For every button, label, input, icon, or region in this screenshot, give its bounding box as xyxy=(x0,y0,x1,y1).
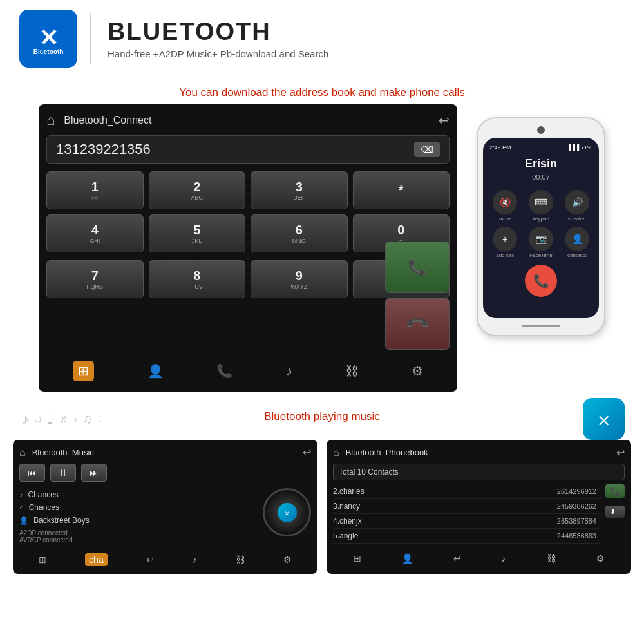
delete-button[interactable]: ⌫ xyxy=(414,142,440,157)
pause-button[interactable]: ⏸ xyxy=(50,464,76,482)
bluetooth-logo: ⨉ Bluetooth xyxy=(19,10,77,68)
total-contacts-display: Total 10 Contacts xyxy=(333,464,625,480)
pb-nav-music[interactable]: ♪ xyxy=(502,553,506,564)
music-back-icon[interactable]: ↩ xyxy=(303,446,311,459)
bottom-screens-row: ⌂ Bluetooth_Music ↩ ⏮ ⏸ ⏭ ♪ Chances ○ Ch… xyxy=(0,440,644,574)
keypad-grid: 1 ○○ 2 ABC 3 DEF * 4 GHI 5 JKL xyxy=(46,171,450,252)
phonebook-home-icon[interactable]: ⌂ xyxy=(333,447,339,459)
action-contacts[interactable]: 👤 contacts xyxy=(562,227,592,258)
bottom-subtitle: Bluetooth playing music xyxy=(264,410,380,423)
key-2[interactable]: 2 ABC xyxy=(149,171,246,209)
player-controls: ⏮ ⏸ ⏭ xyxy=(19,464,311,482)
contacts-with-buttons: 2.charles 2614296912 3.nancy 2459386262 … xyxy=(333,484,625,544)
phone-mockup: 2:49 PM ▐▐▐ 71% Erisin 00:07 🔇 mute ⌨ ke… xyxy=(477,117,605,336)
header-text-block: BLUETOOTH Hand-free +A2DP Music+ Pb-down… xyxy=(108,18,328,59)
screen-header: ⌂ Bluetooth_Connect ↩ xyxy=(46,112,450,129)
key-4[interactable]: 4 GHI xyxy=(46,214,144,252)
bottom-nav: ⊞ 👤 📞 ♪ ⛓ ⚙ xyxy=(46,355,450,384)
key-6[interactable]: 6 MNO xyxy=(251,214,348,252)
music-nav-settings[interactable]: ⚙ xyxy=(283,554,292,565)
track-2: ○ Chances xyxy=(19,501,263,514)
phonebook-bottom-nav: ⊞ 👤 ↩ ♪ ⛓ ⚙ xyxy=(333,549,625,565)
disc-center: ⨉ xyxy=(278,503,297,522)
contacts-list: 2.charles 2614296912 3.nancy 2459386262 … xyxy=(333,484,601,544)
top-subtitle: You can download the address book and ma… xyxy=(0,77,644,104)
end-call-btn[interactable]: 📞 xyxy=(525,265,557,297)
action-mute[interactable]: 🔇 mute xyxy=(489,190,520,222)
phone-input-row: 131239221356 ⌫ xyxy=(46,135,450,164)
phonebook-screen: ⌂ Bluetooth_Phonebook ↩ Total 10 Contact… xyxy=(327,440,631,574)
nav-settings[interactable]: ⚙ xyxy=(412,363,423,379)
music-nav-call[interactable]: ↩ xyxy=(146,554,154,565)
music-screen-header: ⌂ Bluetooth_Music ↩ xyxy=(19,446,311,459)
prev-button[interactable]: ⏮ xyxy=(19,464,45,482)
status-bar: 2:49 PM ▐▐▐ 71% xyxy=(489,144,592,151)
car-head-unit: ⌂ Bluetooth_Connect ↩ 131239221356 ⌫ 1 ○… xyxy=(39,104,457,392)
front-camera xyxy=(537,126,545,134)
nav-call-log[interactable]: 📞 xyxy=(216,363,232,379)
phonebook-download-button[interactable]: ⬇ xyxy=(605,506,625,518)
music-disc: ⨉ xyxy=(263,488,311,536)
page-title: BLUETOOTH xyxy=(108,18,328,46)
phone-action-grid: 🔇 mute ⌨ keypad 🔊 speaker + xyxy=(489,190,592,258)
key-9[interactable]: 9 WXYZ xyxy=(251,260,348,298)
home-indicator[interactable] xyxy=(522,325,560,327)
key-8[interactable]: 8 TUV xyxy=(149,260,246,298)
music-nav-music[interactable]: ♪ xyxy=(193,554,197,565)
music-screen-title: Bluetooth_Music xyxy=(32,448,303,457)
connection-status: A2DP connected AVRCP connected xyxy=(19,529,263,544)
header-divider xyxy=(90,13,91,64)
bt-music-badge: ⨉ xyxy=(583,398,625,440)
nav-music[interactable]: ♪ xyxy=(286,364,292,379)
page-header: ⨉ Bluetooth BLUETOOTH Hand-free +A2DP Mu… xyxy=(0,0,644,77)
bluetooth-music-icon: ⨉ xyxy=(583,398,625,440)
call-duration: 00:07 xyxy=(489,173,592,181)
phone-display: 131239221356 xyxy=(56,141,414,158)
nav-link[interactable]: ⛓ xyxy=(345,364,358,379)
phonebook-back-icon[interactable]: ↩ xyxy=(616,446,625,459)
pb-nav-dialpad[interactable]: ⊞ xyxy=(354,553,361,564)
pb-nav-contacts[interactable]: 👤 xyxy=(402,553,413,564)
end-call-button[interactable]: 📞 xyxy=(385,298,450,350)
header-subtitle: Hand-free +A2DP Music+ Pb-download and S… xyxy=(108,48,328,59)
pb-nav-settings[interactable]: ⚙ xyxy=(596,553,605,564)
decorative-row: ♪ ♫ ♩ ♬ ♪ ♫ ♩ Bluetooth playing music ⨉ xyxy=(0,398,644,440)
contact-chenjx: 4.chenjx 2653897584 xyxy=(333,514,601,529)
key-1[interactable]: 1 ○○ xyxy=(46,171,144,209)
music-home-icon[interactable]: ⌂ xyxy=(19,447,26,459)
track-list: ♪ Chances ○ Chances 👤 Backstreet Boys A2… xyxy=(19,488,263,544)
music-nav-dialpad[interactable]: ⊞ xyxy=(39,554,46,565)
phonebook-call-button[interactable]: 📞 xyxy=(605,484,625,498)
phonebook-screen-title: Bluetooth_Phonebook xyxy=(346,448,616,457)
phonebook-screen-header: ⌂ Bluetooth_Phonebook ↩ xyxy=(333,446,625,459)
key-5[interactable]: 5 JKL xyxy=(149,214,246,252)
music-nav-cha[interactable]: cha xyxy=(85,553,108,566)
nav-dialpad[interactable]: ⊞ xyxy=(73,361,94,381)
main-content-row: ⌂ Bluetooth_Connect ↩ 131239221356 ⌫ 1 ○… xyxy=(0,104,644,392)
action-facetime[interactable]: 📷 FaceTime xyxy=(526,227,556,258)
pb-nav-link[interactable]: ⛓ xyxy=(547,553,556,564)
home-icon[interactable]: ⌂ xyxy=(46,112,55,129)
contact-nancy: 3.nancy 2459386262 xyxy=(333,499,601,514)
action-keypad[interactable]: ⌨ keypad xyxy=(526,190,556,222)
nav-contacts[interactable]: 👤 xyxy=(147,363,164,379)
a2dp-status: A2DP connected xyxy=(19,529,263,536)
contact-angle: 5.angle 2446536863 xyxy=(333,529,601,544)
phonebook-action-buttons: 📞 ⬇ xyxy=(605,484,625,544)
back-icon[interactable]: ↩ xyxy=(439,113,450,128)
next-button[interactable]: ⏭ xyxy=(81,464,107,482)
key-star[interactable]: * xyxy=(353,171,450,209)
music-nav-link[interactable]: ⛓ xyxy=(236,554,245,565)
logo-label: Bluetooth xyxy=(33,48,64,55)
action-speaker[interactable]: 🔊 speaker xyxy=(562,190,592,222)
track-1: ♪ Chances xyxy=(19,488,263,501)
call-button[interactable]: 📞 xyxy=(385,242,450,293)
caller-name: Erisin xyxy=(489,157,592,171)
music-notes: ♪ ♫ ♩ ♬ ♪ ♫ ♩ xyxy=(19,400,104,439)
music-bottom-nav: ⊞ cha ↩ ♪ ⛓ ⚙ xyxy=(19,549,311,567)
action-add-call[interactable]: + add call xyxy=(489,227,520,258)
pb-nav-call[interactable]: ↩ xyxy=(453,553,461,564)
bluetooth-symbol: ⨉ xyxy=(41,21,57,48)
key-7[interactable]: 7 PQRS xyxy=(46,260,144,298)
key-3[interactable]: 3 DEF xyxy=(251,171,348,209)
